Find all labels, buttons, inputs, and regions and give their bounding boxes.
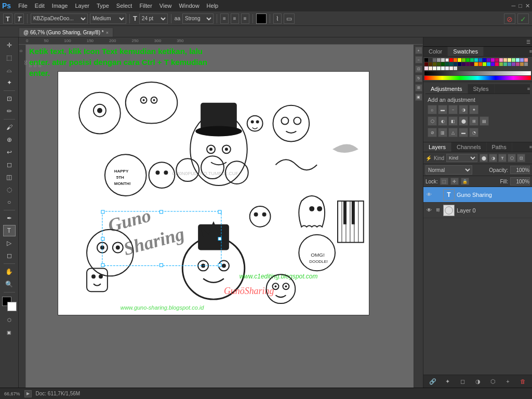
- swatch[interactable]: [508, 62, 511, 66]
- history-brush-tool[interactable]: ↩: [3, 147, 16, 158]
- opacity-input[interactable]: [510, 166, 530, 174]
- bw-adj[interactable]: ◧: [448, 116, 458, 126]
- swatch[interactable]: [524, 58, 528, 62]
- lasso-tool[interactable]: ⌓: [3, 64, 16, 76]
- background-color[interactable]: [7, 302, 17, 311]
- text-color-swatch[interactable]: [256, 14, 267, 24]
- restore-btn[interactable]: □: [518, 3, 522, 9]
- crop-tool[interactable]: ⊡: [3, 93, 16, 104]
- styles-tab[interactable]: Styles: [468, 84, 495, 94]
- swatch[interactable]: [449, 66, 453, 70]
- screen-mode-btn[interactable]: ▣: [3, 327, 16, 338]
- align-center-btn[interactable]: ≡: [231, 14, 239, 24]
- layer-visibility-eye-1[interactable]: 👁: [425, 191, 433, 198]
- swatch[interactable]: [520, 62, 524, 66]
- adjustments-tab[interactable]: Adjustments: [425, 84, 468, 94]
- swatch[interactable]: [499, 62, 503, 66]
- invert-adj[interactable]: ⊘: [428, 128, 437, 137]
- swatch[interactable]: [433, 58, 436, 62]
- swatch[interactable]: [512, 58, 515, 62]
- lock-position-btn[interactable]: ✛: [450, 178, 459, 185]
- type-tool[interactable]: T: [3, 225, 16, 236]
- filter-shape-btn[interactable]: ⬡: [508, 154, 516, 162]
- fill-input[interactable]: [510, 177, 530, 185]
- swatch[interactable]: [483, 58, 486, 62]
- close-btn[interactable]: ✕: [525, 3, 530, 9]
- status-info-btn[interactable]: ▶: [24, 390, 32, 397]
- filter-adj-btn[interactable]: ◑: [489, 154, 497, 162]
- lock-pixels-btn[interactable]: ⬚: [440, 178, 448, 185]
- delete-layer-btn[interactable]: 🗑: [518, 377, 528, 386]
- swatch[interactable]: [424, 58, 428, 62]
- menu-edit[interactable]: Edit: [32, 2, 48, 10]
- swatch[interactable]: [441, 66, 445, 70]
- hand-tool[interactable]: ✋: [3, 266, 16, 277]
- swatch[interactable]: [449, 62, 453, 66]
- zoom-in-side-btn[interactable]: +: [415, 47, 422, 54]
- swatch[interactable]: [466, 58, 470, 62]
- curves-adj[interactable]: ~: [448, 105, 458, 114]
- add-layer-style-btn[interactable]: ✦: [443, 377, 453, 386]
- swatch[interactable]: [516, 58, 520, 62]
- swatch[interactable]: [424, 66, 428, 70]
- swatch[interactable]: [516, 62, 520, 66]
- align-right-btn[interactable]: ≡: [241, 14, 249, 24]
- swatch[interactable]: [433, 66, 436, 70]
- color-balance-adj[interactable]: ◐: [438, 116, 447, 126]
- swatch[interactable]: [445, 62, 449, 66]
- font-family-select[interactable]: KBZipaDeeDoo...: [31, 14, 88, 24]
- warp-text-btn[interactable]: ⌇: [273, 14, 282, 24]
- swatch[interactable]: [495, 62, 499, 66]
- new-group-btn[interactable]: ⬡: [488, 377, 498, 386]
- swatch[interactable]: [483, 62, 486, 66]
- quick-mask-btn[interactable]: ⬡: [3, 314, 16, 326]
- layer-filter-select[interactable]: Kind: [446, 154, 477, 162]
- shape-tool[interactable]: ◻: [3, 250, 16, 261]
- arrange-btn[interactable]: ⊞: [415, 84, 422, 91]
- filter-smart-btn[interactable]: ⊡: [517, 154, 525, 162]
- swatch[interactable]: [495, 58, 499, 62]
- swatch[interactable]: [487, 58, 490, 62]
- font-size-select[interactable]: 24 pt: [139, 14, 168, 24]
- swatch[interactable]: [445, 58, 449, 62]
- swatch[interactable]: [458, 58, 461, 62]
- menu-window[interactable]: Window: [176, 2, 202, 10]
- swatch[interactable]: [449, 58, 453, 62]
- swatch[interactable]: [474, 62, 478, 66]
- gradient-tool[interactable]: ◫: [3, 171, 16, 183]
- swatches-tab[interactable]: Swatches: [448, 47, 484, 56]
- swatch[interactable]: [454, 66, 457, 70]
- pen-tool[interactable]: ✒: [3, 212, 16, 224]
- swatch[interactable]: [470, 58, 474, 62]
- swatch[interactable]: [429, 66, 432, 70]
- swatch[interactable]: [462, 62, 466, 66]
- layers-tab[interactable]: Layers: [423, 142, 451, 152]
- document-tab[interactable]: @ 66,7% (Guno Sharing, Gray/8) * ×: [19, 28, 113, 37]
- text-tool-toggle-left[interactable]: T: [3, 14, 12, 24]
- extras-btn[interactable]: ▣: [415, 94, 422, 101]
- layer-visibility-eye-2[interactable]: 👁: [425, 207, 433, 214]
- filter-pixel-btn[interactable]: ⬤: [480, 154, 488, 162]
- color-lookup-adj[interactable]: ▤: [480, 116, 489, 126]
- selective-color-adj[interactable]: ◔: [469, 128, 478, 137]
- vibrance-adj[interactable]: ✦: [469, 105, 478, 114]
- filter-type-btn[interactable]: T: [498, 154, 507, 162]
- swatch[interactable]: [524, 62, 528, 66]
- layer-item-guno-sharing[interactable]: 👁 T Guno Sharing: [423, 187, 532, 203]
- swatch[interactable]: [466, 62, 470, 66]
- swatch[interactable]: [458, 62, 461, 66]
- menu-view[interactable]: View: [156, 2, 175, 10]
- layers-panel-menu-btn[interactable]: ≡: [529, 142, 532, 152]
- swatch[interactable]: [433, 62, 436, 66]
- swatch[interactable]: [503, 62, 507, 66]
- canvas-document[interactable]: Guno Sharing www.c1editing.blogspot.com …: [58, 71, 369, 315]
- adj-panel-menu-btn[interactable]: ≡: [527, 84, 530, 94]
- swatch[interactable]: [429, 62, 432, 66]
- color-picker[interactable]: [2, 297, 17, 311]
- link-layers-btn[interactable]: 🔗: [428, 377, 437, 386]
- swatch[interactable]: [499, 58, 503, 62]
- swatch[interactable]: [478, 58, 482, 62]
- font-weight-select[interactable]: Medium: [90, 14, 126, 24]
- swatch[interactable]: [491, 62, 495, 66]
- clone-stamp-tool[interactable]: ⊕: [3, 134, 16, 145]
